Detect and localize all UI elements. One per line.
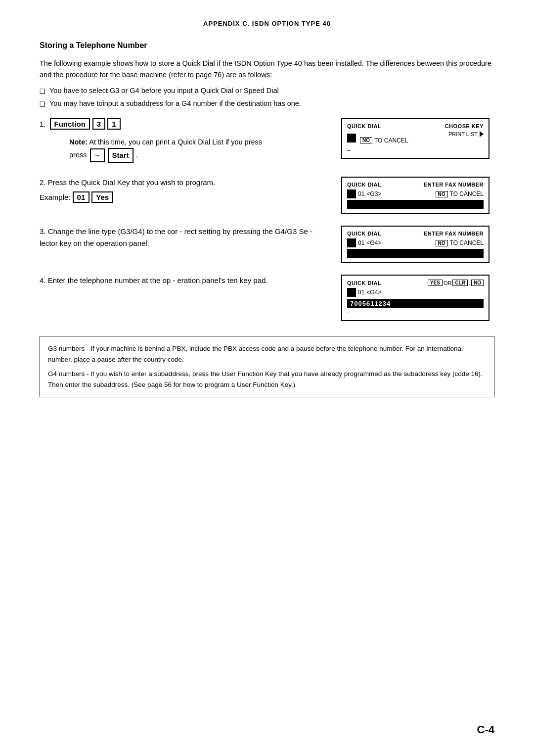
lcd1-to-cancel: TO CANCEL [374, 137, 408, 144]
section-title: Storing a Telephone Number [40, 41, 494, 50]
step-4-lcd: QUICK DIAL YES OR CLR . NO 01 <G4> [341, 275, 494, 321]
start-key: Start [108, 148, 134, 163]
lcd-panel-4: QUICK DIAL YES OR CLR . NO 01 <G4> [341, 275, 490, 321]
key-1: 1 [107, 118, 120, 130]
bullet-icon-1: ❑ [40, 87, 45, 96]
lcd-panel-2: QUICK DIAL ENTER FAX NUMBER 01 <G3> NO T… [341, 177, 490, 214]
lcd4-dash: – [347, 309, 484, 316]
lcd4-left-label: QUICK DIAL [347, 280, 381, 286]
lcd4-phone-area: 7005611234 – [347, 298, 484, 316]
lcd4-icon [347, 288, 356, 297]
lcd4-dot: . [469, 280, 470, 286]
step-2-row: 2. Press the Quick Dial Key that you wis… [40, 177, 494, 214]
lcd2-right-label: ENTER FAX NUMBER [424, 182, 484, 188]
step-3-lcd: QUICK DIAL ENTER FAX NUMBER 01 <G4> NO T… [341, 226, 494, 263]
lcd4-right-controls: YES OR CLR . NO [428, 280, 484, 286]
step-4-row: 4. Enter the telephone number at the op … [40, 275, 494, 321]
lcd-panel-1-top: QUICK DIAL CHOOSE KEY [347, 123, 484, 129]
lcd-panel-3: QUICK DIAL ENTER FAX NUMBER 01 <G4> NO T… [341, 226, 490, 263]
lcd-panel-4-top: QUICK DIAL YES OR CLR . NO [347, 280, 484, 286]
lcd4-or-text: OR [444, 280, 452, 286]
lcd4-no-box: NO [471, 280, 484, 286]
lcd3-mid-row: 01 <G4> NO TO CANCEL [347, 238, 484, 247]
lcd1-print-list-row: PRINT LIST [360, 131, 484, 137]
step-1-left: 1. Function 3 1 Note: At this time, you … [40, 118, 331, 172]
lcd4-mid-row: 01 <G4> [347, 288, 484, 297]
intro-paragraph: The following example shows how to store… [40, 58, 494, 81]
lcd3-g4: <G4> [366, 239, 381, 246]
step-2-left: 2. Press the Quick Dial Key that you wis… [40, 177, 331, 203]
lcd1-dash: – [347, 147, 484, 154]
lcd4-slot: 01 [358, 289, 364, 296]
step-2-label: 2. Press the Quick Dial Key that you wis… [40, 177, 331, 189]
arrow-key: → [90, 148, 105, 162]
lcd2-black-bar [347, 200, 484, 209]
step-1-row: 1. Function 3 1 Note: At this time, you … [40, 118, 494, 172]
lcd4-phone-number: 7005611234 [347, 299, 484, 308]
lcd2-to-cancel: TO CANCEL [450, 190, 484, 197]
lcd3-left-label: QUICK DIAL [347, 231, 381, 236]
step-3-left: 3. Change the line type (G3/G4) to the c… [40, 226, 331, 249]
step-3-row: 3. Change the line type (G3/G4) to the c… [40, 226, 494, 263]
lcd-panel-1: QUICK DIAL CHOOSE KEY PRINT LIST NO [341, 118, 490, 159]
lcd3-icon [347, 238, 356, 247]
step-1-number: 1. [40, 120, 46, 128]
lcd1-content: PRINT LIST NO TO CANCEL [347, 131, 484, 145]
page: APPENDIX C. ISDN OPTION TYPE 40 Storing … [0, 0, 534, 756]
lcd3-cancel-area: NO TO CANCEL [383, 239, 484, 246]
lcd-panel-2-top: QUICK DIAL ENTER FAX NUMBER [347, 182, 484, 188]
bullet-1: ❑ You have to select G3 or G4 before you… [40, 86, 494, 96]
lcd-panel-3-top: QUICK DIAL ENTER FAX NUMBER [347, 231, 484, 236]
step-1-lcd: QUICK DIAL CHOOSE KEY PRINT LIST NO [341, 118, 494, 159]
lcd2-left-label: QUICK DIAL [347, 182, 381, 188]
step-2-lcd: QUICK DIAL ENTER FAX NUMBER 01 <G3> NO T… [341, 177, 494, 214]
lcd2-icon [347, 189, 356, 198]
lcd4-clr-box: CLR [452, 280, 468, 286]
lcd3-slot: 01 [358, 239, 364, 246]
lcd4-yes-box: YES [428, 280, 443, 286]
lcd1-icon [347, 134, 356, 142]
steps-container: 1. Function 3 1 Note: At this time, you … [40, 118, 494, 321]
lcd1-no-cancel-row: NO TO CANCEL [360, 137, 484, 144]
bullet-icon-2: ❑ [40, 99, 45, 109]
info-box: G3 numbers - If your machine is behind a… [40, 336, 494, 397]
key-01: 01 [73, 191, 90, 203]
lcd2-cancel-area: NO TO CANCEL [383, 190, 484, 197]
lcd3-right-label: ENTER FAX NUMBER [424, 231, 484, 236]
key-3: 3 [92, 118, 105, 130]
info-text-1: G3 numbers - If your machine is behind a… [48, 343, 486, 365]
step-3-label: 3. Change the line type (G3/G4) to the c… [40, 226, 331, 249]
lcd2-mid-row: 01 <G3> NO TO CANCEL [347, 189, 484, 198]
lcd1-right-label: CHOOSE KEY [445, 123, 484, 129]
header-title: APPENDIX C. ISDN OPTION TYPE 40 [203, 20, 331, 27]
step-1-keys: 1. Function 3 1 [40, 118, 331, 130]
lcd2-g3: <G3> [366, 190, 381, 197]
lcd1-print-list-text: PRINT LIST [448, 131, 478, 137]
key-yes: Yes [91, 191, 113, 203]
lcd4-g4: <G4> [366, 289, 381, 296]
step-4-label: 4. Enter the telephone number at the op … [40, 275, 331, 286]
lcd1-no-box: NO [360, 137, 372, 143]
lcd3-black-bar [347, 249, 484, 258]
lcd1-right-area: PRINT LIST NO TO CANCEL [360, 131, 484, 145]
step-2-example-label: Example: [40, 193, 71, 201]
lcd3-to-cancel: TO CANCEL [450, 239, 484, 246]
lcd3-no-box: NO [436, 240, 448, 246]
lcd1-arrow-right-icon [480, 131, 484, 137]
page-number: C-4 [477, 723, 494, 736]
bullet-2: ❑ You may have toinput a subaddress for … [40, 98, 494, 109]
function-key: Function [50, 118, 90, 130]
lcd2-no-box: NO [436, 191, 448, 197]
page-header: APPENDIX C. ISDN OPTION TYPE 40 [40, 20, 494, 27]
lcd2-slot: 01 [358, 190, 364, 197]
step-1-note: Note: At this time, you can print a Quic… [69, 137, 331, 163]
step-4-left: 4. Enter the telephone number at the op … [40, 275, 331, 286]
info-text-2: G4 numbers - If you wish to enter a suba… [48, 369, 486, 390]
step-2-keys: Example: 01 Yes [40, 191, 331, 203]
lcd1-left-label: QUICK DIAL [347, 123, 381, 129]
